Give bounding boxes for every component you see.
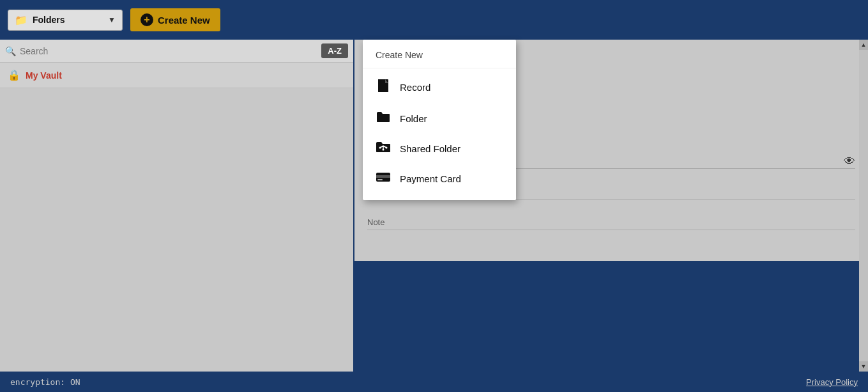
note-field-row: Note: [367, 217, 855, 230]
create-new-dropdown: Create New Record Folder: [363, 40, 516, 200]
scroll-down-arrow[interactable]: ▼: [859, 361, 868, 372]
scrollbar[interactable]: ▲ ▼: [859, 40, 868, 372]
dropdown-title: Create New: [363, 46, 516, 68]
payment-card-icon: [376, 171, 391, 186]
svg-point-4: [383, 149, 385, 151]
svg-rect-6: [376, 175, 390, 178]
search-icon: 🔍: [5, 46, 16, 56]
record-icon: [376, 79, 391, 96]
folder-label: Folder: [400, 113, 427, 124]
search-bar: 🔍 A-Z: [0, 40, 353, 63]
left-panel-body: [0, 88, 353, 372]
svg-point-2: [379, 147, 381, 149]
eye-icon[interactable]: 👁: [844, 155, 855, 168]
scroll-up-arrow[interactable]: ▲: [859, 40, 868, 50]
dropdown-item-record[interactable]: Record: [363, 71, 516, 104]
dropdown-item-payment-card[interactable]: Payment Card: [363, 164, 516, 194]
dropdown-item-shared-folder[interactable]: Shared Folder: [363, 134, 516, 164]
dropdown-item-folder[interactable]: Folder: [363, 104, 516, 134]
vault-item[interactable]: 🔒 My Vault: [0, 63, 353, 88]
note-underline: [367, 230, 855, 230]
record-label: Record: [400, 82, 430, 93]
search-input[interactable]: [20, 46, 317, 56]
vault-label: My Vault: [26, 70, 62, 81]
folders-dropdown[interactable]: 📁 Folders ▼: [8, 10, 123, 31]
footer: encryption: ON Privacy Policy: [0, 372, 868, 392]
note-label: Note: [367, 217, 855, 227]
lock-icon: 🔒: [8, 69, 20, 81]
az-sort-button[interactable]: A-Z: [321, 43, 348, 58]
svg-point-3: [386, 147, 388, 149]
folders-label: Folders: [33, 15, 103, 25]
privacy-policy-link[interactable]: Privacy Policy: [806, 377, 858, 387]
shared-folder-icon: [376, 141, 391, 156]
create-new-button[interactable]: + Create New: [130, 8, 220, 31]
left-panel: 🔍 A-Z 🔒 My Vault: [0, 40, 354, 372]
chevron-down-icon: ▼: [108, 15, 116, 24]
create-new-label: Create New: [158, 15, 210, 26]
payment-card-label: Payment Card: [400, 173, 461, 184]
folder-menu-icon: [376, 111, 391, 126]
encryption-status: encryption: ON: [10, 377, 80, 387]
svg-rect-7: [377, 179, 383, 180]
plus-circle-icon: +: [141, 13, 153, 26]
header-bar: 📁 Folders ▼ + Create New: [0, 0, 868, 40]
scroll-thumb[interactable]: [859, 50, 868, 361]
shared-folder-label: Shared Folder: [400, 143, 461, 154]
folder-icon: 📁: [15, 14, 27, 26]
